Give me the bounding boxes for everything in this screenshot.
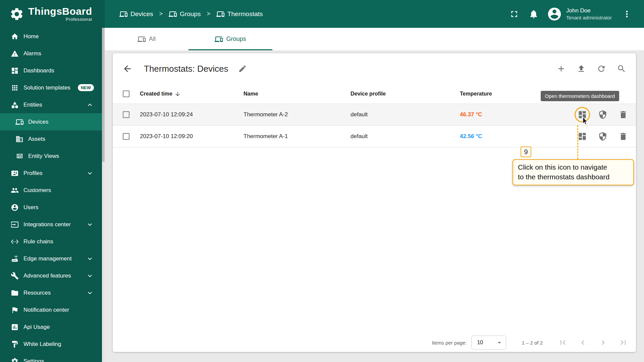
- row-checkbox[interactable]: [123, 111, 129, 118]
- sidebar-item-label: Entity Views: [28, 153, 59, 160]
- customers-icon: [11, 186, 19, 194]
- notifications-bell-button[interactable]: [529, 9, 539, 19]
- tab-all[interactable]: All: [105, 28, 189, 50]
- table-row[interactable]: 2023-07-10 12:09:24Thermometer A-2defaul…: [113, 104, 636, 126]
- sidebar-item-label: Customers: [23, 187, 51, 194]
- fullscreen-button[interactable]: [509, 9, 519, 19]
- tabbar: All Groups: [105, 28, 644, 50]
- sidebar-item-resources[interactable]: Resources: [0, 284, 102, 301]
- chevron-up-icon: [86, 101, 94, 109]
- cell-device-profile: default: [351, 133, 460, 140]
- table-row[interactable]: 2023-07-10 12:09:20Thermometer A-1defaul…: [113, 126, 636, 147]
- devices-icon: [215, 35, 223, 43]
- security-button[interactable]: [598, 132, 607, 141]
- rule-chains-icon: [11, 238, 19, 246]
- breadcrumb-label: Groups: [180, 10, 201, 18]
- user-name: John Doe: [566, 7, 619, 14]
- sidebar-item-entities[interactable]: Entities: [0, 96, 102, 113]
- top-header: ThingsBoard Professional Devices>Groups>…: [0, 0, 644, 28]
- table-body: 2023-07-10 12:09:24Thermometer A-2defaul…: [113, 104, 636, 147]
- add-button[interactable]: [556, 64, 566, 73]
- annotation-text-line1: Click on this icon to navigate: [518, 163, 629, 172]
- resources-icon: [11, 289, 19, 297]
- sidebar-item-assets[interactable]: Assets: [0, 130, 102, 147]
- delete-button[interactable]: [619, 132, 628, 141]
- first-page-button[interactable]: [558, 338, 568, 347]
- breadcrumb-label: Devices: [130, 10, 153, 18]
- column-device-profile[interactable]: Device profile: [351, 91, 460, 97]
- select-all-checkbox[interactable]: [123, 90, 129, 97]
- sidebar-item-customers[interactable]: Customers: [0, 182, 102, 199]
- items-per-page-select[interactable]: 10: [471, 336, 506, 350]
- warning-icon: [11, 50, 19, 58]
- sidebar-item-dashboards[interactable]: Dashboards: [0, 62, 102, 79]
- annotation-callout: Click on this icon to navigate to the th…: [513, 159, 634, 185]
- avatar[interactable]: [547, 6, 562, 22]
- breadcrumb-label: Thermostats: [227, 10, 263, 18]
- logo[interactable]: ThingsBoard Professional: [0, 0, 105, 28]
- edit-title-button[interactable]: [238, 64, 247, 73]
- more-menu-button[interactable]: [622, 9, 632, 19]
- row-checkbox[interactable]: [123, 133, 129, 140]
- sidebar-item-edge-management[interactable]: Edge management: [0, 250, 102, 267]
- sidebar-item-devices[interactable]: Devices: [0, 113, 102, 130]
- cell-created-time: 2023-07-10 12:09:20: [140, 133, 244, 140]
- import-button[interactable]: [577, 64, 586, 73]
- breadcrumb-item-thermostats[interactable]: Thermostats: [216, 10, 263, 18]
- sidebar-item-label: Rule chains: [23, 238, 53, 245]
- items-per-page-value: 10: [477, 340, 483, 346]
- sidebar-item-home[interactable]: Home: [0, 28, 102, 45]
- breadcrumb-item-devices[interactable]: Devices: [119, 10, 153, 18]
- apps-icon: [11, 84, 19, 92]
- sidebar-item-rule-chains[interactable]: Rule chains: [0, 233, 102, 250]
- dropdown-arrow-icon: [496, 339, 503, 346]
- sidebar-item-entity-views[interactable]: Entity Views: [0, 147, 102, 165]
- open-dashboard-button[interactable]: [578, 132, 587, 141]
- devices-icon: [138, 35, 146, 43]
- breadcrumb: Devices>Groups>Thermostats: [119, 10, 263, 18]
- user-role: Tenant administrator: [566, 14, 619, 21]
- dashboard-icon: [11, 67, 19, 75]
- category-icon: [11, 101, 19, 109]
- devices-icon: [119, 10, 127, 18]
- sidebar-item-white-labeling[interactable]: White Labeling: [0, 336, 102, 353]
- search-button[interactable]: [617, 64, 626, 73]
- next-page-button[interactable]: [598, 338, 608, 347]
- sidebar-item-label: Home: [23, 33, 39, 40]
- security-button[interactable]: [598, 110, 607, 119]
- breadcrumb-item-groups[interactable]: Groups: [169, 10, 201, 18]
- sidebar-item-profiles[interactable]: Profiles: [0, 165, 102, 182]
- page-range: 1 – 2 of 2: [522, 340, 543, 346]
- tab-groups[interactable]: Groups: [189, 28, 272, 50]
- cell-name: Thermometer A-2: [244, 111, 351, 118]
- page-title: Thermostats: Devices: [144, 64, 228, 74]
- tab-label: Groups: [226, 36, 246, 43]
- thingsboard-logo-icon: [9, 7, 24, 21]
- sidebar-item-api-usage[interactable]: Api Usage: [0, 318, 102, 336]
- sidebar-scrollbar[interactable]: [102, 28, 105, 362]
- sidebar-item-label: Advanced features: [23, 273, 71, 279]
- sidebar-item-notification-center[interactable]: Notification center: [0, 301, 102, 318]
- sidebar-item-settings[interactable]: Settings: [0, 353, 102, 362]
- tab-label: All: [149, 36, 156, 43]
- chevron-down-icon: [86, 272, 94, 280]
- sidebar-item-integrations-center[interactable]: Integrations center: [0, 216, 102, 233]
- prev-page-button[interactable]: [578, 338, 588, 347]
- main-content: All Groups Thermostats: Devices Created …: [105, 28, 644, 362]
- refresh-button[interactable]: [597, 64, 606, 73]
- sidebar-item-solution-templates[interactable]: Solution templatesNEW: [0, 79, 102, 96]
- sidebar-item-alarms[interactable]: Alarms: [0, 45, 102, 62]
- paginator: Items per page: 10 1 – 2 of 2: [113, 333, 636, 352]
- back-button[interactable]: [122, 64, 132, 74]
- sidebar: HomeAlarmsDashboardsSolution templatesNE…: [0, 28, 105, 362]
- sidebar-item-advanced-features[interactable]: Advanced features: [0, 267, 102, 284]
- column-created-time[interactable]: Created time: [140, 91, 172, 97]
- chevron-down-icon: [86, 255, 94, 263]
- last-page-button[interactable]: [619, 338, 628, 347]
- sort-desc-icon[interactable]: [174, 91, 181, 97]
- assets-icon: [15, 135, 23, 143]
- column-name[interactable]: Name: [244, 91, 351, 97]
- sidebar-scrollbar-thumb[interactable]: [102, 28, 105, 162]
- delete-button[interactable]: [619, 110, 628, 119]
- sidebar-item-users[interactable]: Users: [0, 199, 102, 216]
